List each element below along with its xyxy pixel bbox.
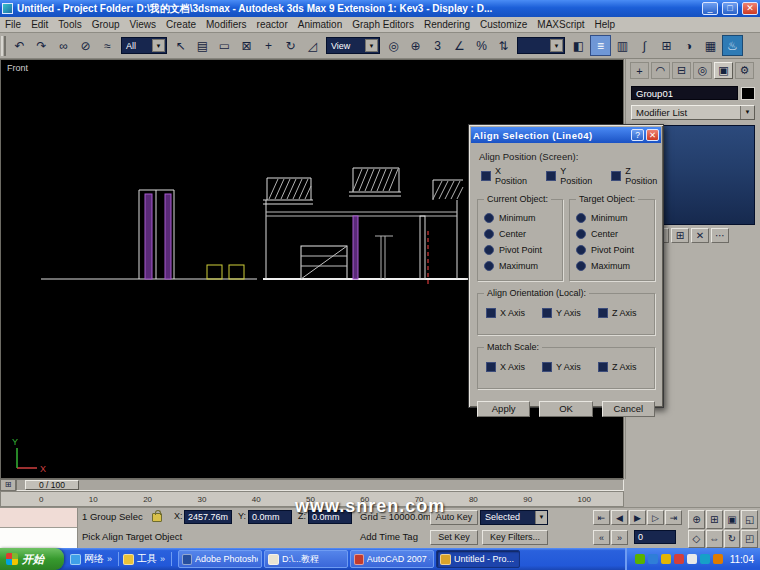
mini-listener-macro-pane[interactable] xyxy=(0,508,77,528)
radio-icon[interactable] xyxy=(576,245,586,255)
target-center-radio[interactable]: Center xyxy=(576,226,648,242)
render-setup-icon[interactable]: ▦ xyxy=(700,35,721,56)
time-slider-thumb[interactable]: 0 / 100 xyxy=(25,480,79,490)
checkbox-icon[interactable] xyxy=(486,362,496,372)
target-maximum-radio[interactable]: Maximum xyxy=(576,258,648,274)
orientation-x-axis-checkbox[interactable]: X Axis xyxy=(486,308,525,318)
tray-icon-2[interactable] xyxy=(648,554,658,564)
dialog-close-button[interactable]: ✕ xyxy=(646,129,659,141)
tab-hierarchy[interactable]: ⊟ xyxy=(672,62,691,79)
current-maximum-radio[interactable]: Maximum xyxy=(484,258,556,274)
current-pivot-point-radio[interactable]: Pivot Point xyxy=(484,242,556,258)
configure-modifier-sets-icon[interactable]: ⋯ xyxy=(711,228,729,243)
spinner-snap-icon[interactable]: ⇅ xyxy=(493,35,514,56)
cancel-button[interactable]: Cancel xyxy=(602,401,655,417)
viewport-label[interactable]: Front xyxy=(7,63,28,73)
current-center-radio[interactable]: Center xyxy=(484,226,556,242)
menu-item[interactable]: Views xyxy=(125,19,162,30)
next-frame-button[interactable]: ▷ xyxy=(647,510,664,525)
checkbox-icon[interactable] xyxy=(481,171,491,181)
zoom-icon[interactable]: ⊕ xyxy=(688,510,705,529)
tray-icon-5[interactable] xyxy=(687,554,697,564)
minimize-button[interactable]: _ xyxy=(702,2,718,15)
radio-icon[interactable] xyxy=(576,261,586,271)
tray-icon-6[interactable] xyxy=(700,554,710,564)
undo-icon[interactable]: ↶ xyxy=(9,35,30,56)
menu-item[interactable]: Rendering xyxy=(419,19,475,30)
scale-x-axis-checkbox[interactable]: X Axis xyxy=(486,362,525,372)
dialog-titlebar[interactable]: Align Selection (Line04) ? ✕ xyxy=(471,127,661,143)
scale-y-axis-checkbox[interactable]: Y Axis xyxy=(542,362,581,372)
select-by-name-icon[interactable]: ▤ xyxy=(192,35,213,56)
task-3dsmax[interactable]: Untitled - Pro... xyxy=(436,550,520,568)
toolbar-drag-handle[interactable] xyxy=(1,36,6,56)
checkbox-icon[interactable] xyxy=(611,171,621,181)
object-name-field[interactable]: Group01 xyxy=(631,86,738,100)
select-and-manipulate-icon[interactable]: ⊕ xyxy=(405,35,426,56)
modifier-list-dropdown[interactable]: Modifier List xyxy=(631,105,755,120)
menu-item[interactable]: MAXScript xyxy=(532,19,589,30)
menu-item[interactable]: Edit xyxy=(26,19,53,30)
quick-launch-icon[interactable] xyxy=(123,554,134,565)
quicklaunch-tools[interactable]: 工具 xyxy=(123,552,172,566)
select-and-scale-icon[interactable]: ◿ xyxy=(302,35,323,56)
selection-lock-icon[interactable] xyxy=(152,513,162,522)
current-frame-field[interactable]: 0 xyxy=(634,530,676,544)
checkbox-icon[interactable] xyxy=(598,362,608,372)
use-center-icon[interactable]: ◎ xyxy=(383,35,404,56)
zoom-all-icon[interactable]: ⊞ xyxy=(706,510,723,529)
y-coordinate-field[interactable]: 0.0mm xyxy=(248,510,292,524)
z-position-checkbox[interactable]: Z Position xyxy=(611,166,663,186)
mirror-icon[interactable]: ◧ xyxy=(568,35,589,56)
y-position-checkbox[interactable]: Y Position xyxy=(546,166,598,186)
apply-button[interactable]: Apply xyxy=(477,401,530,417)
scale-z-axis-checkbox[interactable]: Z Axis xyxy=(598,362,637,372)
task-tutorial-folder[interactable]: D:\...教程 xyxy=(264,550,348,568)
checkbox-icon[interactable] xyxy=(546,171,556,181)
select-object-icon[interactable]: ↖ xyxy=(170,35,191,56)
arc-rotate-icon[interactable]: ↻ xyxy=(724,530,741,549)
rectangular-selection-region-icon[interactable]: ▭ xyxy=(214,35,235,56)
menu-item[interactable]: Modifiers xyxy=(201,19,252,30)
x-coordinate-field[interactable]: 2457.76m xyxy=(184,510,232,524)
menu-item[interactable]: Graph Editors xyxy=(347,19,419,30)
mini-listener-output-pane[interactable] xyxy=(0,528,77,548)
align-icon[interactable]: ≡ xyxy=(590,35,611,56)
checkbox-icon[interactable] xyxy=(486,308,496,318)
menu-item[interactable]: Help xyxy=(590,19,621,30)
tab-display[interactable]: ▣ xyxy=(714,62,733,79)
redo-icon[interactable]: ↷ xyxy=(31,35,52,56)
start-button[interactable]: 开始 xyxy=(0,548,64,570)
radio-icon[interactable] xyxy=(484,229,494,239)
time-slider-track[interactable]: 0 / 100 xyxy=(16,479,624,491)
menu-item[interactable]: reactor xyxy=(252,19,293,30)
ok-button[interactable]: OK xyxy=(539,401,592,417)
pan-icon[interactable]: ⇔ xyxy=(706,530,723,549)
menu-item[interactable]: Group xyxy=(87,19,125,30)
task-adobe-photoshop[interactable]: Adobe Photoshop xyxy=(178,550,262,568)
curve-editor-icon[interactable]: ∫ xyxy=(634,35,655,56)
target-pivot-point-radio[interactable]: Pivot Point xyxy=(576,242,648,258)
previous-key-button[interactable]: « xyxy=(593,530,610,545)
named-selection-sets-dropdown[interactable] xyxy=(517,37,565,54)
snaps-toggle-icon[interactable]: 3 xyxy=(427,35,448,56)
zoom-extents-all-icon[interactable]: ◱ xyxy=(741,510,758,529)
close-button[interactable]: ✕ xyxy=(742,2,758,15)
task-autocad[interactable]: AutoCAD 2007 -... xyxy=(350,550,434,568)
selection-filter-dropdown[interactable]: All xyxy=(121,37,167,54)
key-mode-dropdown[interactable]: Selected xyxy=(480,510,548,525)
field-of-view-icon[interactable]: ◇ xyxy=(688,530,705,549)
play-button[interactable]: ▶ xyxy=(629,510,646,525)
orientation-y-axis-checkbox[interactable]: Y Axis xyxy=(542,308,581,318)
tray-icon-3[interactable] xyxy=(661,554,671,564)
radio-icon[interactable] xyxy=(484,261,494,271)
tray-icon-7[interactable] xyxy=(713,554,723,564)
tab-modify[interactable]: ◠ xyxy=(651,62,670,79)
set-key-button[interactable]: Set Key xyxy=(430,530,478,545)
radio-icon[interactable] xyxy=(484,245,494,255)
dialog-help-button[interactable]: ? xyxy=(631,129,644,141)
checkbox-icon[interactable] xyxy=(542,362,552,372)
window-crossing-icon[interactable]: ⊠ xyxy=(236,35,257,56)
menu-item[interactable]: Animation xyxy=(293,19,347,30)
tab-create[interactable]: + xyxy=(630,62,649,79)
